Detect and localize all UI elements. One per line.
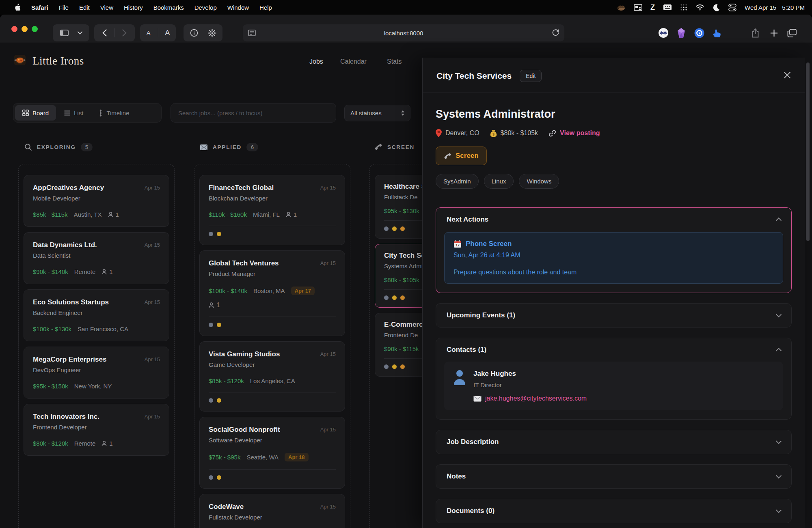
extension-1password-icon[interactable]: [690, 24, 708, 41]
column-count: 5: [81, 143, 93, 151]
close-window-button[interactable]: [11, 26, 17, 32]
card-company: SocialGood Nonprofit: [209, 426, 280, 434]
job-card[interactable]: CodeWaveApr 15 Fullstack Developer $95k …: [199, 494, 345, 528]
tag-windows[interactable]: Windows: [519, 174, 559, 189]
section-contacts: Contacts (1) Jake Hughes IT Director jak…: [436, 338, 792, 420]
job-card[interactable]: Eco Solutions StartupsApr 15 Backend Eng…: [24, 289, 169, 341]
nav-jobs[interactable]: Jobs: [309, 58, 323, 65]
chevron-down-icon: [776, 507, 782, 513]
wifi-icon[interactable]: [695, 4, 704, 11]
section-notes-header[interactable]: Notes: [436, 465, 791, 488]
contact-title: IT Director: [473, 381, 587, 388]
menu-item-develop[interactable]: Develop: [189, 4, 222, 11]
sidebar-chevron-down-icon[interactable]: [73, 24, 87, 41]
close-panel-icon[interactable]: [784, 71, 791, 80]
settings-gear-icon[interactable]: [203, 24, 221, 41]
menu-item-edit[interactable]: Edit: [74, 4, 95, 11]
forward-button[interactable]: [116, 24, 134, 41]
panel-company-title: City Tech Services: [436, 71, 512, 81]
reload-icon[interactable]: [546, 24, 564, 41]
calendar-icon: 17: [454, 240, 462, 248]
section-contacts-header[interactable]: Contacts (1): [436, 338, 791, 362]
job-card[interactable]: Global Tech VenturesApr 15 Product Manag…: [199, 250, 345, 336]
view-posting-link[interactable]: View posting: [549, 129, 600, 137]
job-card[interactable]: Data Dynamics Ltd.Apr 15 Data Scientist …: [24, 232, 169, 284]
sidebar-toggle-icon[interactable]: [55, 24, 73, 41]
menu-item-file[interactable]: File: [54, 4, 74, 11]
reader-view-icon[interactable]: [243, 24, 261, 41]
job-card[interactable]: SocialGood NonprofitApr 15 Software Deve…: [199, 417, 345, 489]
dots-grid-icon[interactable]: [680, 4, 687, 11]
edit-button[interactable]: Edit: [520, 70, 542, 82]
status-badge-screen[interactable]: Screen: [436, 147, 487, 165]
menu-item-help[interactable]: Help: [254, 4, 277, 11]
card-contacts: 1: [108, 211, 119, 218]
card-role: Blockchain Developer: [209, 195, 336, 202]
menu-item-bookmarks[interactable]: Bookmarks: [148, 4, 189, 11]
extension-snowflake-icon[interactable]: [654, 24, 672, 41]
card-salary: $90k - $140k: [33, 268, 68, 275]
tag-linux[interactable]: Linux: [484, 174, 514, 189]
card-role: Product Manager: [209, 270, 336, 277]
menubar-date[interactable]: Wed Apr 15: [745, 4, 776, 11]
new-tab-icon[interactable]: [765, 24, 783, 41]
menu-item-window[interactable]: Window: [222, 4, 254, 11]
menu-item-view[interactable]: View: [95, 4, 119, 11]
card-company: FinanceTech Global: [209, 184, 274, 192]
section-documents-header[interactable]: Documents (0): [436, 499, 791, 523]
contact-email-link[interactable]: jake.hughes@citytechservices.com: [485, 395, 587, 402]
nav-calendar[interactable]: Calendar: [340, 58, 367, 65]
job-card[interactable]: Tech Innovators Inc.Apr 15 Frontend Deve…: [24, 404, 169, 456]
card-salary: $75k - $95k: [209, 454, 240, 461]
view-board-button[interactable]: Board: [15, 105, 56, 121]
nav-stats[interactable]: Stats: [387, 58, 402, 65]
share-icon[interactable]: [746, 24, 764, 41]
zoom-window-button[interactable]: [32, 26, 38, 32]
info-button[interactable]: [185, 24, 203, 41]
job-card[interactable]: Vista Gaming StudiosApr 15 Game Develope…: [199, 341, 345, 412]
panel-location: Denver, CO: [436, 129, 479, 137]
chevron-up-icon: [776, 348, 782, 353]
tab-overview-icon[interactable]: [783, 24, 801, 41]
select-chevrons-icon: [401, 110, 404, 116]
job-card[interactable]: FinanceTech GlobalApr 15 Blockchain Deve…: [199, 175, 345, 245]
section-notes: Notes: [436, 464, 792, 489]
url-text[interactable]: localhost:8000: [261, 30, 546, 37]
job-card[interactable]: AppCreatives AgencyApr 15 Mobile Develop…: [24, 175, 169, 227]
status-filter-select[interactable]: All statuses: [344, 105, 410, 121]
text-smaller-button[interactable]: A: [140, 24, 157, 41]
section-upcoming-events-header[interactable]: Upcoming Events (1): [436, 304, 791, 327]
card-company: Tech Innovators Inc.: [33, 413, 99, 421]
card-company: AppCreatives Agency: [33, 184, 104, 192]
next-action-event[interactable]: 17 Phone Screen Sun, Apr 26 at 4:19 AM P…: [444, 232, 783, 284]
card-salary: $95k - $150k: [33, 383, 68, 390]
text-larger-button[interactable]: A: [159, 24, 176, 41]
tag-sysadmin[interactable]: SysAdmin: [436, 174, 479, 189]
column-exploring: AppCreatives AgencyApr 15 Mobile Develop…: [18, 164, 175, 528]
moon-icon[interactable]: [713, 4, 720, 11]
minimize-window-button[interactable]: [22, 26, 28, 32]
z-app-icon[interactable]: Z: [650, 3, 655, 12]
menu-item-history[interactable]: History: [119, 4, 148, 11]
screen-share-icon[interactable]: [634, 4, 642, 11]
job-card[interactable]: MegaCorp EnterprisesApr 15 DevOps Engine…: [24, 347, 169, 399]
address-bar[interactable]: localhost:8000: [243, 24, 564, 41]
keyboard-icon[interactable]: [663, 4, 672, 11]
search-input[interactable]: [171, 103, 336, 123]
browser-toolbar: A A localhost:8000: [0, 15, 812, 43]
view-timeline-button[interactable]: Timeline: [91, 105, 136, 121]
pin-icon: [436, 129, 442, 137]
section-next-actions-header[interactable]: Next Actions: [436, 208, 791, 231]
back-button[interactable]: [96, 24, 114, 41]
link-icon: [549, 129, 556, 137]
extension-hand-icon[interactable]: [708, 24, 726, 41]
page-scrollbar[interactable]: [806, 62, 810, 241]
menu-item-safari[interactable]: Safari: [26, 4, 54, 11]
extension-crystal-icon[interactable]: [672, 24, 690, 41]
hedgehog-emoji[interactable]: [617, 4, 626, 11]
section-job-description-header[interactable]: Job Description: [436, 430, 791, 454]
view-list-button[interactable]: List: [57, 105, 91, 121]
control-center-icon[interactable]: [728, 4, 736, 11]
apple-menu-icon[interactable]: [9, 4, 26, 11]
contact-card: Jake Hughes IT Director jake.hughes@city…: [444, 362, 783, 410]
